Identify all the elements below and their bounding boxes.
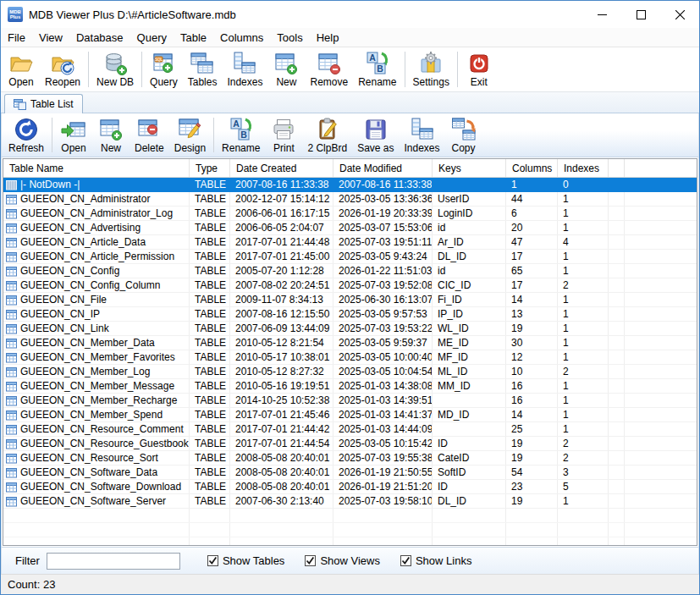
indexes-button[interactable]: Indexes <box>399 114 444 156</box>
table-row[interactable]: GUEEON_CN_Member_FavoritesTABLE2010-05-1… <box>3 350 697 365</box>
design-button[interactable]: Design <box>169 114 211 156</box>
remove-button[interactable]: Remove <box>305 48 353 91</box>
table-row[interactable]: GUEEON_CN_Resource_SortTABLE2008-05-08 2… <box>3 451 697 466</box>
cell-spacer <box>609 221 625 234</box>
delete-button[interactable]: Delete <box>130 114 169 156</box>
menu-item-columns[interactable]: Columns <box>213 29 270 47</box>
close-icon <box>675 10 685 19</box>
cell-date-created: 2005-07-20 1:12:28 <box>230 264 333 278</box>
cell-table-name: GUEEON_CN_Administrator <box>3 192 190 206</box>
indexes-button[interactable]: Indexes <box>222 48 267 91</box>
table-row[interactable]: GUEEON_CN_ConfigTABLE2005-07-20 1:12:282… <box>3 264 697 278</box>
cell-date-created: 2017-07-01 21:44:48 <box>230 235 333 249</box>
table-row[interactable]: GUEEON_CN_AdvertisingTABLE2006-06-05 2:0… <box>3 221 697 235</box>
table-row[interactable]: GUEEON_CN_Resource_CommentTABLE2017-07-0… <box>3 422 697 437</box>
table-name: GUEEON_CN_Member_Recharge <box>20 394 177 406</box>
table-name: GUEEON_CN_File <box>20 294 107 306</box>
table-row[interactable]: GUEEON_CN_Article_DataTABLE2017-07-01 21… <box>3 235 697 250</box>
table-name: GUEEON_CN_Config_Column <box>20 279 160 291</box>
cell-date-created: 2006-06-05 2:04:07 <box>230 221 333 234</box>
empty-cell <box>230 523 333 537</box>
reopen-button[interactable]: Reopen <box>40 48 85 91</box>
table-row[interactable]: |- NotDown -|TABLE2007-08-16 11:33:38200… <box>3 178 697 192</box>
table-row[interactable]: GUEEON_CN_Config_ColumnTABLE2007-08-02 2… <box>3 278 697 293</box>
checkbox-show-links[interactable]: Show Links <box>400 554 471 567</box>
save-as-button[interactable]: Save as <box>352 114 399 156</box>
table-row[interactable]: GUEEON_CN_LinkTABLE2007-06-09 13:44:0920… <box>3 322 697 336</box>
column-header-date-created[interactable]: Date Created <box>230 159 333 177</box>
copy-button[interactable]: Copy <box>445 114 482 156</box>
menu-item-file[interactable]: File <box>1 29 32 47</box>
cell-filler <box>625 408 697 421</box>
cell-table-name: GUEEON_CN_File <box>3 293 190 306</box>
cell-spacer <box>609 365 625 378</box>
maximize-button[interactable] <box>621 1 660 28</box>
menu-item-database[interactable]: Database <box>69 29 130 47</box>
menu-item-tools[interactable]: Tools <box>270 29 309 47</box>
close-button[interactable] <box>660 1 699 28</box>
cell-type: TABLE <box>190 278 230 292</box>
checkbox-show-tables[interactable]: Show Tables <box>207 554 284 567</box>
column-header-type[interactable]: Type <box>190 159 230 177</box>
open-button[interactable]: Open <box>3 48 40 91</box>
table-row[interactable]: GUEEON_CN_AdministratorTABLE2002-12-07 1… <box>3 192 697 207</box>
table-row[interactable]: GUEEON_CN_Member_MessageTABLE2010-05-16 … <box>3 379 697 394</box>
menu-item-view[interactable]: View <box>32 29 69 47</box>
table-row[interactable]: GUEEON_CN_IPTABLE2007-08-16 12:15:502025… <box>3 307 697 322</box>
checkbox-box[interactable] <box>400 555 411 566</box>
cell-indexes: 1 <box>558 192 609 206</box>
cell-table-name: GUEEON_CN_Article_Data <box>3 235 190 249</box>
checkbox-show-views[interactable]: Show Views <box>305 554 380 567</box>
refresh-button[interactable]: Refresh <box>3 114 49 156</box>
column-header-columns[interactable]: Columns <box>506 159 558 177</box>
exit-button[interactable]: Exit <box>460 48 498 91</box>
exit-power-icon <box>466 50 493 77</box>
open-button[interactable]: Open <box>55 114 92 156</box>
app-icon: MDBPlus <box>8 7 23 22</box>
cell-keys: ID <box>433 480 506 493</box>
app-window: MDBPlus MDB Viewer Plus D:\#ArticleSoftw… <box>0 0 700 595</box>
row-table-icon <box>6 338 17 349</box>
checkbox-box[interactable] <box>207 555 218 566</box>
table-row[interactable]: GUEEON_CN_Member_DataTABLE2010-05-12 8:2… <box>3 336 697 350</box>
cell-table-name: GUEEON_CN_Administrator_Log <box>3 207 190 220</box>
table-row[interactable]: GUEEON_CN_Administrator_LogTABLE2006-06-… <box>3 207 697 221</box>
minimize-button[interactable] <box>582 1 621 28</box>
column-header-date-modified[interactable]: Date Modified <box>333 159 433 177</box>
column-header-keys[interactable]: Keys <box>433 159 506 177</box>
tab-table-list[interactable]: Table List <box>4 94 83 113</box>
rename-button[interactable]: AB Rename <box>353 48 401 91</box>
cell-indexes: 1 <box>558 422 609 436</box>
column-header-table-name[interactable]: Table Name <box>3 159 190 177</box>
menu-item-table[interactable]: Table <box>174 29 213 47</box>
table-row[interactable]: GUEEON_CN_Member_SpendTABLE2017-07-01 21… <box>3 408 697 422</box>
menu-item-query[interactable]: Query <box>130 29 174 47</box>
table-row[interactable]: GUEEON_CN_Member_LogTABLE2010-05-12 8:27… <box>3 365 697 379</box>
2-clpbrd-button[interactable]: 2 ClpBrd <box>302 114 352 156</box>
print-button[interactable]: Print <box>265 114 302 156</box>
rename-button[interactable]: AB Rename <box>217 114 265 156</box>
table-row[interactable]: GUEEON_CN_Article_PermissionTABLE2017-07… <box>3 250 697 264</box>
table-row[interactable]: GUEEON_CN_Software_DataTABLE2008-05-08 2… <box>3 466 697 480</box>
rename-ab-icon: AB <box>228 116 255 143</box>
table-name: GUEEON_CN_Member_Log <box>20 366 150 377</box>
table-row[interactable]: GUEEON_CN_Member_RechargeTABLE2014-10-25… <box>3 394 697 408</box>
table-row[interactable]: GUEEON_CN_Software_ServerTABLE2007-06-30… <box>3 494 697 509</box>
cell-spacer <box>609 322 625 335</box>
table-row[interactable]: GUEEON_CN_FileTABLE2009-11-07 8:34:13202… <box>3 293 697 307</box>
table-name: GUEEON_CN_Link <box>20 322 109 334</box>
settings-button[interactable]: Settings <box>408 48 455 91</box>
table-row[interactable]: GUEEON_CN_Resource_GuestbookTABLE2017-07… <box>3 437 697 451</box>
checkbox-box[interactable] <box>305 555 316 566</box>
filter-input[interactable] <box>47 553 180 570</box>
cell-columns: 30 <box>506 336 558 350</box>
cell-table-name: |- NotDown -| <box>3 178 190 191</box>
new-db-button[interactable]: New DB <box>91 48 139 91</box>
table-row[interactable]: GUEEON_CN_Software_DownloadTABLE2008-05-… <box>3 480 697 494</box>
menu-item-help[interactable]: Help <box>310 29 346 47</box>
column-header-indexes[interactable]: Indexes <box>558 159 609 177</box>
new-button[interactable]: New <box>267 48 305 91</box>
tables-button[interactable]: Tables <box>183 48 223 91</box>
new-button[interactable]: New <box>92 114 130 156</box>
query-button[interactable]: SQL Query <box>145 48 183 91</box>
